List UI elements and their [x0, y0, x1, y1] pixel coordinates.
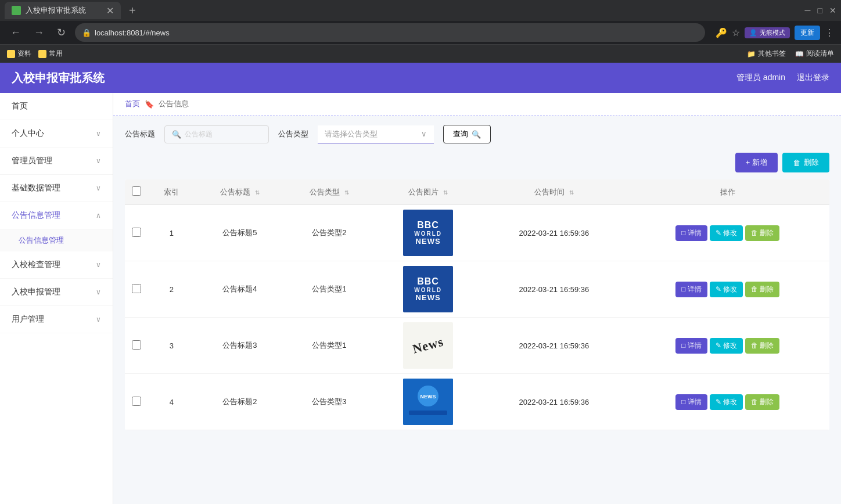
bbc-news-image: BBC WORLD NEWS	[403, 266, 453, 312]
title-filter-input[interactable]: 🔍 公告标题	[164, 125, 269, 143]
sidebar-sub-notice-mgmt[interactable]: 公告信息管理	[0, 229, 113, 251]
bbc-news-text: NEWS	[416, 293, 441, 302]
minimize-icon[interactable]: ─	[805, 6, 811, 15]
row-checkbox-cell	[125, 261, 148, 318]
address-box[interactable]: 🔒 localhost:8081/#/news	[75, 23, 705, 42]
forward-button[interactable]: →	[30, 26, 48, 40]
incognito-badge: 👤 无痕模式	[745, 27, 790, 38]
tab-close-icon[interactable]: ✕	[106, 5, 114, 16]
action-bar: + 新增 🗑 删除	[125, 153, 829, 172]
bookmark-readlist-button[interactable]: 📖 阅读清单	[795, 49, 834, 59]
breadcrumb-home[interactable]: 首页	[125, 99, 140, 109]
row-checkbox[interactable]	[132, 284, 141, 293]
update-button[interactable]: 更新	[795, 26, 820, 40]
detail-button[interactable]: □ 详情	[675, 225, 707, 241]
th-type[interactable]: 公告类型 ⇅	[285, 179, 374, 205]
bookmark-other-button[interactable]: 📁 其他书签	[747, 49, 786, 59]
th-time[interactable]: 公告时间 ⇅	[482, 179, 626, 205]
edit-label: 修改	[723, 398, 737, 406]
detail-label: 详情	[688, 398, 702, 406]
sidebar-admin-label: 管理员管理	[12, 156, 52, 166]
batch-delete-button[interactable]: 🗑 删除	[782, 153, 829, 172]
th-image[interactable]: 公告图片 ⇅	[374, 179, 482, 205]
breadcrumb-current: 公告信息	[159, 99, 189, 109]
row-image: BBC WORLD NEWS	[374, 205, 482, 261]
row-image: News	[374, 318, 482, 374]
row-index: 1	[148, 205, 195, 261]
row-index: 3	[148, 318, 195, 374]
th-index: 索引	[148, 179, 195, 205]
type-filter-select[interactable]: 请选择公告类型 ∨	[318, 125, 434, 143]
delete-row-label: 删除	[760, 398, 774, 406]
delete-row-button[interactable]: 🗑 删除	[745, 282, 779, 297]
table-row: 3 公告标题3 公告类型1 News 2022-03-21 16:59:36	[125, 318, 829, 374]
header-right: 管理员 admin 退出登录	[736, 73, 829, 83]
edit-button[interactable]: ✎ 修改	[710, 282, 743, 297]
detail-label: 详情	[688, 285, 702, 293]
detail-icon: □	[681, 285, 685, 293]
edit-button[interactable]: ✎ 修改	[710, 338, 743, 354]
edit-button[interactable]: ✎ 修改	[710, 394, 743, 410]
svg-text:NEWS: NEWS	[420, 394, 436, 399]
sidebar-item-home[interactable]: 首页	[0, 93, 113, 120]
th-title[interactable]: 公告标题 ⇅	[195, 179, 285, 205]
chevron-down-icon: ∨	[96, 315, 101, 323]
detail-button[interactable]: □ 详情	[675, 282, 707, 297]
bookmark-item-common[interactable]: 常用	[38, 49, 63, 59]
detail-icon: □	[681, 229, 685, 237]
sidebar-item-notice[interactable]: 公告信息管理 ∧	[0, 202, 113, 229]
sidebar-check-label: 入校检查管理	[12, 260, 60, 270]
bbc-news-image: BBC WORLD NEWS	[403, 210, 453, 256]
breadcrumb-separator: 🔖	[145, 100, 154, 109]
bookmark-item-resources[interactable]: 资料	[7, 49, 31, 59]
tab-favicon	[12, 6, 21, 15]
detail-icon: □	[681, 398, 685, 406]
th-title-label: 公告标题	[220, 188, 250, 196]
th-index-label: 索引	[164, 188, 179, 196]
th-type-label: 公告类型	[310, 188, 340, 196]
bookmark-star-icon[interactable]: ☆	[732, 27, 740, 38]
row-checkbox[interactable]	[132, 228, 141, 237]
refresh-button[interactable]: ↻	[53, 25, 69, 40]
search-icon: 🔍	[172, 130, 181, 139]
close-icon[interactable]: ✕	[829, 6, 836, 15]
row-ops: □ 详情 ✎ 修改 🗑 删除	[626, 318, 829, 374]
maximize-icon[interactable]: □	[818, 6, 822, 15]
sidebar-item-admin[interactable]: 管理员管理 ∨	[0, 147, 113, 175]
logout-button[interactable]: 退出登录	[797, 73, 829, 83]
password-icon[interactable]: 🔑	[716, 27, 727, 38]
row-image: NEWS	[374, 374, 482, 430]
table-header-row: 索引 公告标题 ⇅ 公告类型 ⇅ 公告图片 ⇅	[125, 179, 829, 205]
row-title: 公告标题5	[195, 205, 285, 261]
query-button[interactable]: 查询 🔍	[443, 125, 491, 143]
row-type: 公告类型1	[285, 318, 374, 374]
browser-tab[interactable]: 入校申报审批系统 ✕	[5, 2, 121, 19]
delete-row-button[interactable]: 🗑 删除	[745, 394, 779, 410]
row-ops: □ 详情 ✎ 修改 🗑 删除	[626, 374, 829, 430]
menu-icon[interactable]: ⋮	[825, 27, 834, 38]
partial-image-svg: NEWS	[403, 379, 453, 425]
sidebar-item-apply[interactable]: 入校申报管理 ∨	[0, 279, 113, 306]
row-checkbox[interactable]	[132, 340, 141, 350]
bookmark-readlist-icon: 📖	[795, 50, 804, 58]
edit-label: 修改	[723, 341, 737, 350]
new-tab-button[interactable]: +	[129, 4, 136, 17]
sidebar-item-profile[interactable]: 个人中心 ∨	[0, 120, 113, 147]
sidebar-item-user[interactable]: 用户管理 ∨	[0, 306, 113, 333]
edit-button[interactable]: ✎ 修改	[710, 225, 743, 241]
title-filter-label: 公告标题	[125, 129, 155, 139]
sidebar-item-check[interactable]: 入校检查管理 ∨	[0, 251, 113, 279]
add-button[interactable]: + 新增	[735, 153, 778, 172]
delete-row-icon: 🗑	[751, 341, 758, 350]
edit-label: 修改	[723, 285, 737, 293]
select-all-checkbox[interactable]	[132, 186, 141, 196]
detail-button[interactable]: □ 详情	[675, 338, 707, 354]
sidebar-item-basic[interactable]: 基础数据管理 ∨	[0, 175, 113, 202]
delete-row-button[interactable]: 🗑 删除	[745, 225, 779, 241]
th-checkbox	[125, 179, 148, 205]
back-button[interactable]: ←	[7, 26, 24, 40]
row-image: BBC WORLD NEWS	[374, 261, 482, 318]
delete-row-button[interactable]: 🗑 删除	[745, 338, 779, 354]
row-checkbox[interactable]	[132, 397, 141, 406]
detail-button[interactable]: □ 详情	[675, 394, 707, 410]
